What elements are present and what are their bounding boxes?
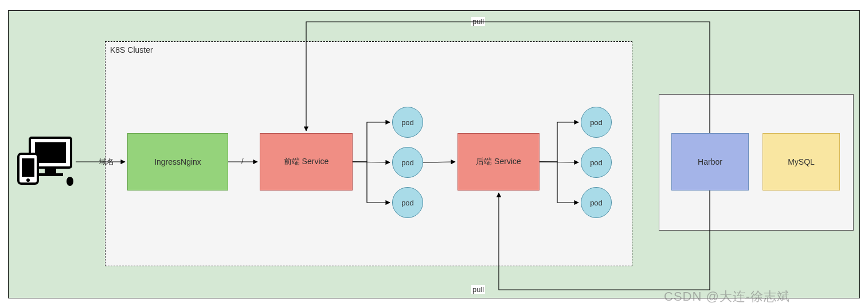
frontend-pod-3: pod (392, 187, 423, 218)
svg-rect-5 (22, 158, 34, 177)
pod-label: pod (590, 199, 603, 207)
pod-label: pod (590, 158, 603, 167)
pod-label: pod (401, 199, 414, 207)
svg-point-7 (67, 177, 73, 186)
pod-label: pod (401, 158, 414, 167)
watermark-text: CSDN @大连-徐志斌 (664, 288, 790, 305)
diagram-stage: K8S Cluster IngressNginx 前端 Service 后端 S… (0, 0, 868, 307)
client-devices-icon (17, 135, 75, 187)
backend-pod-3: pod (581, 187, 612, 218)
svg-rect-3 (38, 173, 63, 176)
ingress-label: IngressNginx (154, 157, 201, 166)
k8s-cluster-label: K8S Cluster (110, 45, 153, 55)
harbor-node: Harbor (671, 133, 749, 191)
edge-label-slash: / (240, 157, 245, 165)
backend-service-label: 后端 Service (476, 157, 521, 167)
backend-pod-1: pod (581, 107, 612, 138)
mysql-label: MySQL (788, 157, 815, 166)
backend-service-node: 后端 Service (458, 133, 539, 191)
frontend-pod-1: pod (392, 107, 423, 138)
frontend-pod-2: pod (392, 147, 423, 178)
mysql-node: MySQL (763, 133, 840, 191)
harbor-label: Harbor (698, 157, 722, 166)
frontend-service-label: 前端 Service (284, 157, 329, 167)
svg-rect-1 (35, 142, 66, 163)
ingress-nginx-node: IngressNginx (127, 133, 228, 191)
svg-point-6 (26, 178, 30, 182)
edge-label-domain: 域名 (98, 157, 115, 167)
edge-label-pull-top: pull (471, 17, 485, 26)
pod-label: pod (590, 118, 603, 127)
svg-rect-2 (45, 168, 56, 173)
pod-label: pod (401, 118, 414, 127)
edge-label-pull-bottom: pull (471, 285, 485, 294)
frontend-service-node: 前端 Service (260, 133, 353, 191)
backend-pod-2: pod (581, 147, 612, 178)
